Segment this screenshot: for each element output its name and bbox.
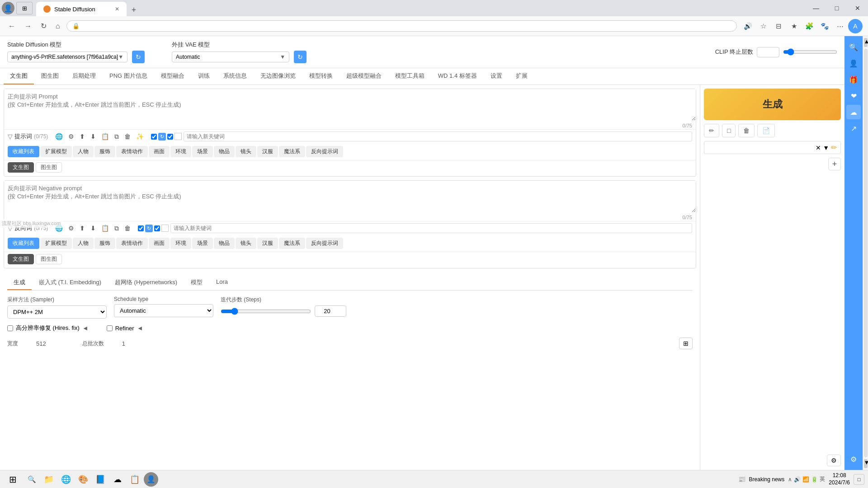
clip-input[interactable]: 2 [757, 47, 779, 57]
sidebar-settings-bottom[interactable]: ⚙ [846, 452, 861, 466]
read-aloud-icon[interactable]: 🔊 [741, 19, 755, 33]
neg-tag-favorites[interactable]: 收藏列表 [8, 238, 39, 249]
sidebar-heart-icon[interactable]: ❤ [846, 89, 861, 103]
negative-prompt-textarea[interactable] [4, 181, 696, 212]
tab-wd-tagger[interactable]: WD 1.4 标签器 [432, 68, 483, 84]
neg-copy-btn[interactable]: ⧉ [113, 224, 121, 233]
neg-refresh-btn[interactable]: ↻ [145, 225, 153, 232]
user-profile-icon[interactable]: A [848, 19, 863, 33]
gen-tab-lora[interactable]: Lora [210, 276, 234, 290]
tab-infinite[interactable]: 无边图像浏览 [254, 68, 302, 84]
sidebar-share-icon[interactable]: ↗ [846, 121, 861, 136]
clipboard-btn[interactable]: 📋 [99, 132, 111, 141]
tag-person[interactable]: 人物 [73, 146, 94, 157]
sidebar-cloud-icon[interactable]: ☁ [846, 105, 861, 119]
gen-tab-embedding[interactable]: 嵌入式 (T.I. Embedding) [33, 276, 108, 290]
tab-train[interactable]: 训练 [192, 68, 216, 84]
start-btn[interactable]: ⊞ [4, 472, 22, 487]
neg-keyword-input[interactable] [170, 223, 692, 233]
refresh-prompt-btn[interactable]: ↻ [158, 133, 166, 141]
tab-settings[interactable]: 设置 [484, 68, 509, 84]
show-desktop-btn[interactable]: □ [854, 474, 864, 485]
tab-img2img[interactable]: 图生图 [35, 68, 65, 84]
cb1[interactable] [151, 134, 157, 140]
close-btn[interactable]: ✕ [847, 1, 868, 15]
taskbar-app7[interactable]: 👤 [144, 472, 158, 487]
magic-btn[interactable]: ✨ [134, 132, 146, 141]
profile-btn[interactable]: 🐾 [817, 19, 832, 33]
minimize-btn[interactable]: — [806, 1, 826, 15]
taskbar-app4[interactable]: 📘 [92, 471, 108, 488]
vae-model-select[interactable]: Automatic ▼ [172, 52, 289, 62]
neg-tag-expression[interactable]: 表情动作 [116, 238, 148, 249]
neg-tag-person[interactable]: 人物 [73, 238, 94, 249]
tab-model-convert[interactable]: 模型转换 [303, 68, 339, 84]
tag-clothing[interactable]: 服饰 [94, 146, 115, 157]
more-btn[interactable]: ⋯ [833, 19, 847, 33]
delete-btn[interactable]: 🗑 [123, 132, 132, 141]
url-input[interactable]: 127.0.0.1:7860/?__theme=light [82, 23, 731, 29]
neg-tag-items[interactable]: 物品 [214, 238, 235, 249]
tag-items[interactable]: 物品 [214, 146, 235, 157]
time-block[interactable]: 12:08 2024/7/6 [829, 472, 850, 486]
taskbar-edge[interactable]: 🌐 [58, 471, 74, 488]
vae-model-refresh[interactable]: ↻ [294, 51, 307, 63]
collections-icon[interactable]: ⊞ [16, 2, 33, 14]
tag-scene[interactable]: 画面 [149, 146, 170, 157]
steps-slider[interactable] [221, 308, 311, 315]
hires-fix-checkbox[interactable] [7, 325, 13, 331]
square-btn[interactable]: □ [722, 124, 736, 137]
translate-btn[interactable]: 🌐 [53, 132, 65, 141]
neg-cb1[interactable] [138, 225, 144, 231]
neg-tag-location[interactable]: 场景 [192, 238, 213, 249]
new-tab-btn[interactable]: + [127, 4, 140, 16]
neg-tag-hanfu[interactable]: 汉服 [257, 238, 278, 249]
forward-btn[interactable]: → [22, 20, 34, 32]
tab-close-btn[interactable]: ✕ [115, 6, 119, 12]
neg-tag-environment[interactable]: 环境 [170, 238, 191, 249]
refiner-expand-btn[interactable]: ◄ [137, 324, 143, 332]
sidebar-gift-icon[interactable]: 🎁 [846, 72, 861, 87]
clear-color-btn[interactable]: ✕ [816, 144, 821, 151]
scrollbar-thumb[interactable] [864, 49, 868, 457]
sidebar-search-icon[interactable]: 🔍 [846, 40, 861, 54]
tag-favorites[interactable]: 收藏列表 [8, 146, 39, 157]
settings-gear-btn[interactable]: ⚙ [827, 455, 841, 466]
profile-avatar[interactable]: 👤 [2, 2, 14, 14]
tab-png-info[interactable]: PNG 图片信息 [103, 68, 154, 84]
steps-input[interactable] [315, 305, 346, 317]
gen-tab-hypernetworks[interactable]: 超网络 (Hypernetworks) [108, 276, 184, 290]
maximize-btn[interactable]: □ [826, 1, 847, 15]
refiner-checkbox[interactable] [107, 325, 113, 331]
neg-cb2[interactable] [154, 225, 160, 231]
copy-btn[interactable]: ⧉ [113, 132, 121, 141]
tab-txt2img[interactable]: 文生图 [4, 68, 34, 84]
color-input[interactable] [708, 145, 814, 151]
tab-super-merge[interactable]: 超级模型融合 [340, 68, 388, 84]
taskbar-search[interactable]: 🔍 [24, 471, 40, 488]
sidebar-user-icon[interactable]: 👤 [846, 56, 861, 70]
tab-extensions[interactable]: 扩展 [509, 68, 534, 84]
breaking-news[interactable]: Breaking news [749, 476, 785, 483]
neg-tag-clothing[interactable]: 服饰 [94, 238, 115, 249]
tag-magic[interactable]: 魔法系 [279, 146, 305, 157]
neg-clipboard-btn[interactable]: 📋 [99, 224, 111, 233]
browser-tab[interactable]: Stable Diffusion ✕ [36, 2, 127, 16]
schedule-select[interactable]: Automatic Karras Exponential [114, 304, 213, 317]
neg-tag-magic[interactable]: 魔法系 [279, 238, 305, 249]
taskbar-app6[interactable]: 📋 [127, 471, 143, 488]
add-btn[interactable]: + [828, 158, 841, 170]
import-btn[interactable]: ⬆ [78, 132, 87, 141]
taskbar-app3[interactable]: 🎨 [75, 471, 91, 488]
color-dropdown-btn[interactable]: ▼ [823, 144, 829, 151]
tag-location[interactable]: 场景 [192, 146, 213, 157]
tag-environment[interactable]: 环境 [170, 146, 191, 157]
favorites-icon[interactable]: ☆ [756, 19, 770, 33]
tag-ext-models[interactable]: 扩展模型 [40, 146, 72, 157]
export-btn[interactable]: ⬇ [89, 132, 98, 141]
extensions-icon[interactable]: 🧩 [802, 19, 816, 33]
cb2[interactable] [167, 134, 173, 140]
neg-import-btn[interactable]: ⬆ [78, 224, 87, 233]
edit-btn[interactable]: ✏ [704, 124, 719, 137]
neg-settings-btn[interactable]: ⚙ [66, 224, 76, 233]
